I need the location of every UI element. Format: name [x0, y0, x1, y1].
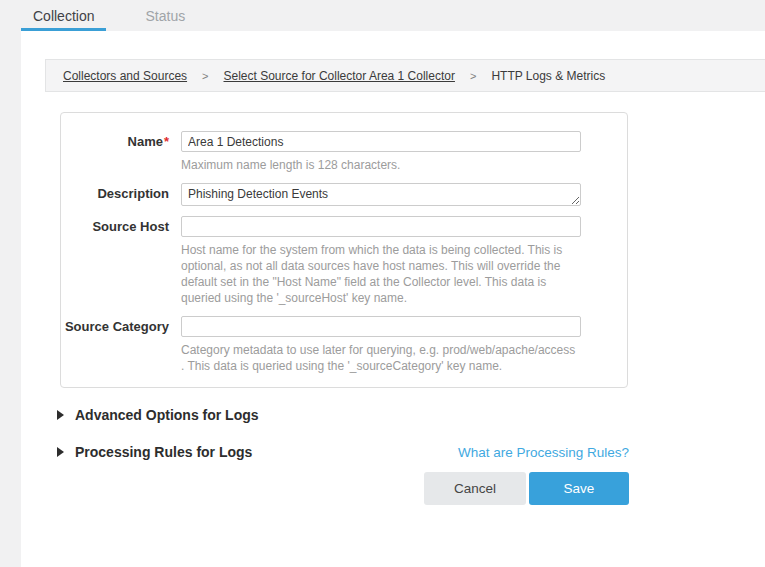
name-label: Name* — [61, 131, 169, 173]
source-host-help-text: Host name for the system from which the … — [181, 242, 581, 306]
form-actions: Cancel Save — [21, 472, 629, 505]
source-category-help-text: Category metadata to use later for query… — [181, 342, 581, 374]
source-category-input[interactable] — [181, 316, 581, 337]
source-category-row: Source Category Category metadata to use… — [61, 316, 627, 374]
breadcrumb-collectors-and-sources[interactable]: Collectors and Sources — [63, 69, 187, 83]
collapsed-triangle-icon — [57, 447, 64, 457]
source-category-label: Source Category — [61, 316, 169, 374]
advanced-options-toggle[interactable]: Advanced Options for Logs — [57, 407, 765, 423]
description-field-wrap: Phishing Detection Events — [181, 183, 581, 206]
breadcrumb-select-source[interactable]: Select Source for Collector Area 1 Colle… — [224, 69, 455, 83]
tab-bar: Collection Status — [0, 0, 765, 31]
source-host-label: Source Host — [61, 216, 169, 306]
source-host-field-wrap: Host name for the system from which the … — [181, 216, 581, 306]
source-config-form: Name* Maximum name length is 128 charact… — [60, 112, 628, 388]
description-row: Description Phishing Detection Events — [61, 183, 627, 206]
collapsed-triangle-icon — [57, 410, 64, 420]
what-are-processing-rules-link[interactable]: What are Processing Rules? — [458, 445, 629, 460]
breadcrumb: Collectors and Sources > Select Source f… — [45, 59, 765, 92]
breadcrumb-separator-icon: > — [470, 70, 476, 82]
source-host-input[interactable] — [181, 216, 581, 237]
source-host-row: Source Host Host name for the system fro… — [61, 216, 627, 306]
processing-rules-row: Processing Rules for Logs What are Proce… — [57, 444, 629, 460]
content-panel: Collectors and Sources > Select Source f… — [21, 31, 765, 567]
name-label-text: Name — [128, 134, 163, 149]
name-row: Name* Maximum name length is 128 charact… — [61, 131, 627, 173]
source-category-field-wrap: Category metadata to use later for query… — [181, 316, 581, 374]
processing-rules-label: Processing Rules for Logs — [75, 444, 252, 460]
name-input[interactable] — [181, 131, 581, 152]
name-field-wrap: Maximum name length is 128 characters. — [181, 131, 581, 173]
cancel-button[interactable]: Cancel — [424, 472, 526, 505]
name-help-text: Maximum name length is 128 characters. — [181, 157, 581, 173]
description-textarea[interactable]: Phishing Detection Events — [181, 183, 581, 206]
advanced-options-label: Advanced Options for Logs — [75, 407, 259, 423]
required-asterisk: * — [164, 134, 169, 149]
tab-status[interactable]: Status — [133, 0, 197, 31]
description-label: Description — [61, 183, 169, 206]
save-button[interactable]: Save — [529, 472, 629, 505]
breadcrumb-separator-icon: > — [202, 70, 208, 82]
processing-rules-toggle[interactable]: Processing Rules for Logs — [57, 444, 252, 460]
breadcrumb-current-page: HTTP Logs & Metrics — [491, 69, 605, 83]
tab-collection[interactable]: Collection — [21, 0, 106, 31]
